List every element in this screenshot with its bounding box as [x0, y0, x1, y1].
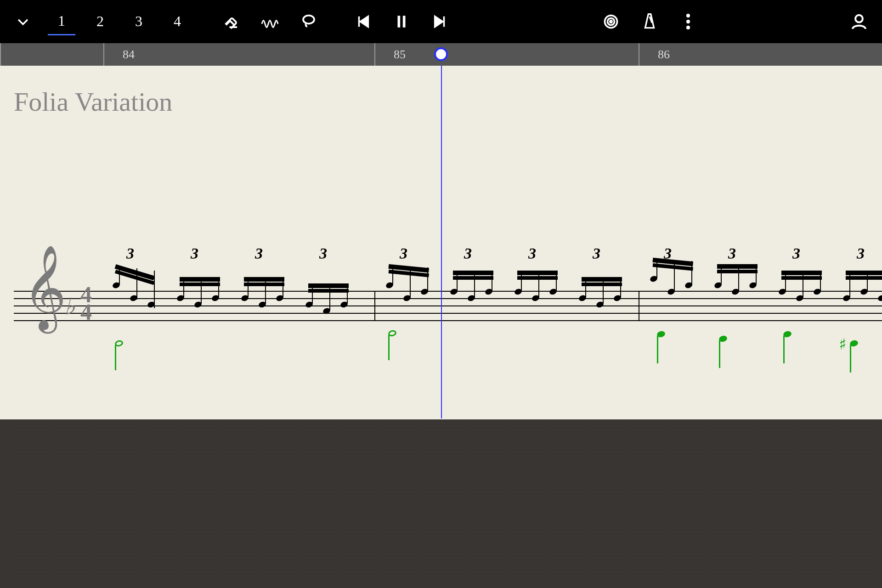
- time-signature: 4 4: [80, 286, 92, 321]
- triplet-label: 3: [191, 245, 198, 262]
- pause-icon[interactable]: [388, 8, 415, 35]
- skip-forward-icon[interactable]: [426, 8, 454, 35]
- triplet-label: 3: [728, 245, 736, 262]
- lasso-icon[interactable]: [295, 8, 322, 35]
- svg-point-12: [687, 20, 690, 23]
- voice-4-button[interactable]: 4: [164, 8, 191, 35]
- time-sig-den: 4: [80, 304, 92, 321]
- sharp-accidental: ♯: [839, 335, 846, 353]
- triplet-label: 3: [593, 245, 600, 262]
- piece-title: Folia Variation: [14, 86, 172, 117]
- triplet-label: 3: [255, 245, 263, 262]
- triplet-label: 3: [464, 245, 472, 262]
- collapse-chevron-icon[interactable]: [9, 8, 37, 35]
- svg-point-14: [855, 15, 863, 22]
- skip-back-icon[interactable]: [349, 8, 377, 35]
- svg-point-0: [303, 15, 314, 23]
- barline: [639, 291, 639, 321]
- triplet-label: 3: [528, 245, 536, 262]
- triplet-label: 3: [857, 245, 865, 262]
- metronome-icon[interactable]: [636, 8, 663, 35]
- svg-point-9: [610, 20, 612, 23]
- triplet-label: 3: [126, 245, 134, 262]
- bottom-panel: [0, 419, 882, 588]
- treble-clef-icon: 𝄞: [23, 266, 67, 310]
- svg-point-11: [687, 14, 690, 17]
- measure-marker[interactable]: [0, 43, 103, 66]
- svg-marker-2: [360, 16, 368, 27]
- playhead-line: [441, 66, 442, 418]
- measure-marker[interactable]: 84: [103, 43, 374, 66]
- more-menu-icon[interactable]: [674, 8, 702, 35]
- key-signature: ♭: [64, 293, 75, 320]
- measure-marker[interactable]: 86: [639, 43, 882, 66]
- svg-marker-5: [435, 16, 443, 27]
- handwriting-icon[interactable]: [256, 8, 284, 35]
- eraser-icon[interactable]: [218, 8, 245, 35]
- triplet-label: 3: [319, 245, 327, 262]
- svg-point-13: [687, 26, 690, 29]
- playhead-handle[interactable]: [434, 47, 448, 61]
- user-profile-icon[interactable]: [845, 8, 873, 35]
- voice-1-button[interactable]: 1: [48, 8, 75, 35]
- triplet-label: 3: [400, 245, 407, 262]
- triplet-label: 3: [792, 245, 800, 262]
- staff: [14, 291, 882, 328]
- top-toolbar: 1 2 3 4: [0, 0, 882, 43]
- voice-3-button[interactable]: 3: [125, 8, 153, 35]
- voice-2-button[interactable]: 2: [86, 8, 114, 35]
- measure-marker[interactable]: 85: [374, 43, 639, 66]
- record-disc-icon[interactable]: [597, 8, 625, 35]
- barline: [374, 291, 375, 321]
